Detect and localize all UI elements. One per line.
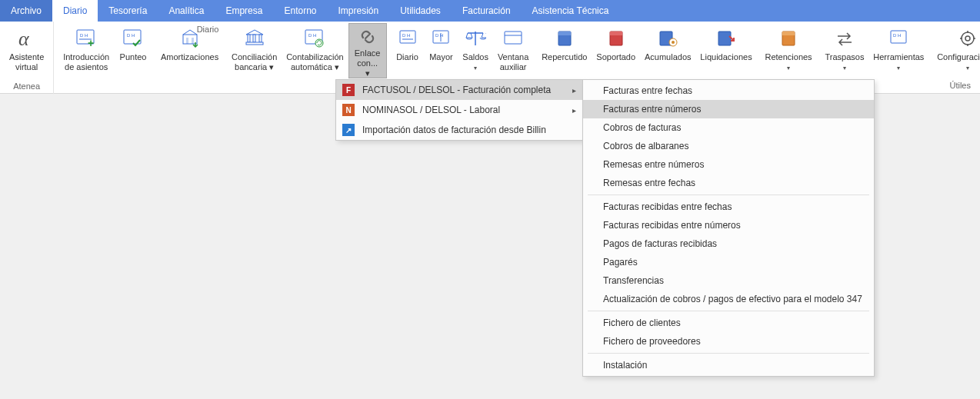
submenu-item[interactable]: Fichero de proveedores bbox=[583, 332, 874, 351]
btn-saldos[interactable]: Saldos▾ bbox=[458, 23, 493, 78]
btn-asistente-virtual[interactable]: α Asistentevirtual bbox=[5, 23, 48, 78]
factusol-icon: F bbox=[342, 84, 355, 96]
tab-impresion[interactable]: Impresión bbox=[327, 0, 389, 22]
caret-icon: ▾ bbox=[474, 65, 477, 71]
label: Saldos bbox=[462, 52, 488, 62]
svg-rect-30 bbox=[610, 32, 622, 35]
submenu-item[interactable]: Pagarés bbox=[583, 253, 874, 271]
menu-item-label: Importación datos de facturación desde B… bbox=[362, 125, 546, 135]
label: Actualización de cobros / pagos de efect… bbox=[603, 294, 862, 304]
svg-rect-25 bbox=[505, 32, 522, 44]
label: Cobros de facturas bbox=[603, 122, 681, 133]
separator bbox=[588, 195, 869, 195]
factusol-submenu: Facturas entre fechas Facturas entre núm… bbox=[582, 79, 875, 377]
submenu-item[interactable]: Remesas entre fechas bbox=[583, 174, 874, 192]
caret-icon: ▾ bbox=[966, 65, 969, 71]
tab-archivo[interactable]: Archivo bbox=[0, 0, 52, 22]
menu-item-billin[interactable]: ↗ Importación datos de facturación desde… bbox=[336, 120, 582, 140]
label: Configuraciones bbox=[937, 52, 980, 62]
nominasol-icon: N bbox=[342, 104, 355, 116]
btn-liquidaciones[interactable]: Liquidaciones bbox=[695, 23, 756, 78]
submenu-item[interactable]: Cobros de albaranes bbox=[583, 137, 874, 155]
btn-diario[interactable]: D H Diario bbox=[391, 23, 425, 78]
billin-icon: ↗ bbox=[342, 124, 355, 136]
tab-tesoreria[interactable]: Tesorería bbox=[98, 0, 158, 22]
btn-acumulados[interactable]: Acumulados bbox=[640, 23, 695, 78]
label: Repercutido bbox=[542, 52, 587, 62]
separator bbox=[588, 353, 869, 354]
btn-mayor[interactable]: D H Mayor bbox=[424, 23, 458, 78]
label: Introducción bbox=[63, 52, 109, 62]
tab-analitica[interactable]: Analítica bbox=[158, 0, 215, 22]
label: Facturas recibidas entre fechas bbox=[603, 201, 732, 212]
gear-icon bbox=[955, 26, 980, 51]
tab-utilidades[interactable]: Utilidades bbox=[389, 0, 452, 22]
swap-icon bbox=[832, 26, 857, 51]
label: Retenciones bbox=[765, 52, 812, 62]
doc-icon: D H bbox=[428, 26, 453, 51]
tab-facturacion[interactable]: Facturación bbox=[452, 0, 522, 22]
tab-empresa[interactable]: Empresa bbox=[215, 0, 273, 22]
label: bancaria ▾ bbox=[235, 62, 274, 71]
book-gear-icon bbox=[655, 26, 680, 51]
book-arrow-icon bbox=[714, 26, 738, 51]
submenu-item[interactable]: Facturas recibidas entre números bbox=[583, 216, 874, 234]
submenu-item[interactable]: Instalación bbox=[583, 356, 874, 374]
book-red-icon bbox=[604, 26, 628, 51]
svg-text:α: α bbox=[18, 28, 30, 50]
btn-soportado[interactable]: Soportado bbox=[592, 23, 640, 78]
label: Facturas entre números bbox=[603, 104, 701, 115]
svg-text:D H: D H bbox=[893, 33, 901, 38]
separator bbox=[588, 311, 869, 311]
label: Diario bbox=[396, 52, 418, 62]
svg-point-40 bbox=[965, 36, 970, 41]
tab-asistencia[interactable]: Asistencia Técnica bbox=[522, 0, 620, 22]
submenu-item[interactable]: Facturas recibidas entre fechas bbox=[583, 198, 874, 216]
book-orange-icon bbox=[776, 26, 801, 51]
label: Instalación bbox=[603, 360, 647, 371]
label: Herramientas bbox=[873, 52, 924, 62]
label: Mayor bbox=[429, 52, 453, 62]
label: auxiliar bbox=[500, 62, 527, 71]
btn-ventana-auxiliar[interactable]: Ventanaauxiliar bbox=[493, 23, 533, 78]
svg-point-39 bbox=[962, 32, 974, 45]
btn-traspasos[interactable]: Traspasos▾ bbox=[821, 23, 869, 78]
tab-entorno[interactable]: Entorno bbox=[273, 0, 327, 22]
label: Transferencias bbox=[603, 275, 664, 286]
label: Traspasos bbox=[825, 52, 864, 62]
submenu-item[interactable]: Transferencias bbox=[583, 271, 874, 290]
submenu-item[interactable]: Facturas entre fechas bbox=[583, 81, 874, 100]
label: Asistente bbox=[9, 52, 44, 62]
label: Facturas entre fechas bbox=[603, 85, 692, 96]
submenu-item[interactable]: Pagos de facturas recibidas bbox=[583, 234, 874, 253]
submenu-item[interactable]: Fichero de clientes bbox=[583, 314, 874, 332]
doc-icon: D H bbox=[886, 26, 911, 51]
menu-item-factusol[interactable]: F FACTUSOL / DELSOL - Facturación comple… bbox=[336, 80, 582, 100]
label: Punteo bbox=[120, 52, 147, 62]
btn-retenciones[interactable]: Retenciones▾ bbox=[761, 23, 817, 78]
label: Pagos de facturas recibidas bbox=[603, 238, 717, 249]
label: Acumulados bbox=[645, 52, 692, 62]
chevron-right-icon: ▸ bbox=[572, 106, 576, 115]
label: con... ▾ bbox=[357, 58, 378, 78]
svg-text:D H: D H bbox=[402, 33, 410, 38]
label: automática ▾ bbox=[291, 62, 339, 71]
label: Amortizaciones bbox=[161, 52, 218, 62]
chevron-right-icon: ▸ bbox=[572, 86, 576, 95]
submenu-item[interactable]: Actualización de cobros / pagos de efect… bbox=[583, 290, 874, 308]
menu-item-nominasol[interactable]: N NOMINASOL / DELSOL - Laboral ▸ bbox=[336, 100, 582, 120]
submenu-item[interactable]: Facturas entre números bbox=[583, 100, 874, 118]
caret-icon: ▾ bbox=[843, 65, 846, 71]
btn-repercutido[interactable]: Repercutido bbox=[537, 23, 592, 78]
label: Soportado bbox=[596, 52, 635, 62]
submenu-item[interactable]: Cobros de facturas bbox=[583, 118, 874, 137]
menu-item-label: NOMINASOL / DELSOL - Laboral bbox=[362, 105, 500, 115]
btn-herramientas[interactable]: D H Herramientas▾ bbox=[868, 23, 928, 78]
tab-diario[interactable]: Diario bbox=[52, 0, 98, 22]
alpha-icon: α bbox=[15, 26, 39, 51]
menubar: Archivo Diario Tesorería Analítica Empre… bbox=[0, 0, 980, 22]
btn-configuraciones[interactable]: Configuraciones▾ bbox=[932, 23, 980, 78]
submenu-item[interactable]: Remesas entre números bbox=[583, 155, 874, 174]
svg-rect-13 bbox=[246, 42, 263, 45]
label: de asientos bbox=[65, 62, 108, 71]
